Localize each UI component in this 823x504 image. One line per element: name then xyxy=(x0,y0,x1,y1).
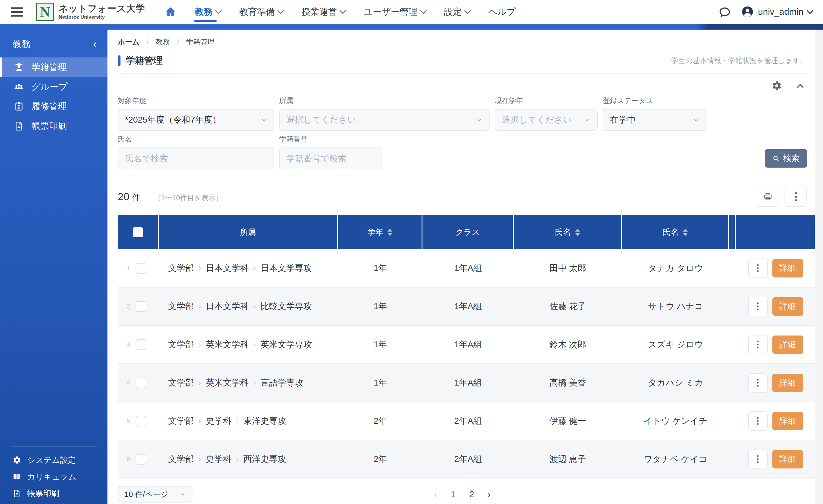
sidebar-item-group[interactable]: グループ xyxy=(0,77,108,97)
grade-select[interactable]: 選択してください xyxy=(495,109,598,131)
nav-item-settei[interactable]: 設定 xyxy=(444,0,470,24)
row-more-button[interactable] xyxy=(748,297,768,316)
breadcrumb-kyomu[interactable]: 教務 xyxy=(156,37,170,47)
print-button[interactable] xyxy=(757,187,779,207)
affiliation-part: 文学部 xyxy=(168,301,194,312)
chat-icon[interactable] xyxy=(718,6,731,18)
pagination-prev[interactable]: ‹ xyxy=(434,489,437,499)
kebab-icon xyxy=(795,196,797,198)
pagination-page-2[interactable]: 2 xyxy=(469,489,474,499)
name-search-input[interactable] xyxy=(118,148,274,169)
affiliation-separator: › xyxy=(199,302,201,311)
gear-icon xyxy=(12,456,21,465)
nav-item-jugyo-unei[interactable]: 授業運営 xyxy=(301,0,345,24)
student-icon xyxy=(14,62,24,72)
header-cell-grade[interactable]: 学年 xyxy=(338,215,423,249)
logo-title: ネットフォース大学 xyxy=(58,4,145,14)
row-more-button[interactable] xyxy=(748,335,768,354)
year-select[interactable]: *2025年度（令和7年度） xyxy=(118,109,274,131)
user-menu[interactable]: univ_admin xyxy=(741,5,812,18)
hamburger-menu-icon[interactable] xyxy=(11,7,23,17)
chevron-down-icon xyxy=(420,7,427,14)
status-select[interactable]: 在学中 xyxy=(603,109,706,131)
affiliation-part: 文学部 xyxy=(168,263,194,274)
clipboard-icon xyxy=(14,101,24,112)
filter-label-name: 氏名 xyxy=(118,135,274,144)
document-icon xyxy=(12,489,21,498)
detail-button[interactable]: 詳細 xyxy=(772,336,803,354)
cell-spacer xyxy=(729,249,736,287)
detail-button[interactable]: 詳細 xyxy=(772,450,803,469)
sidebar-item-risyu-kanri[interactable]: 履修管理 xyxy=(0,97,108,116)
sidebar-collapse-icon[interactable]: ‹ xyxy=(93,40,97,48)
pagination-next[interactable]: › xyxy=(488,489,491,499)
university-logo[interactable]: N ネットフォース大学 Netforce University xyxy=(36,3,145,21)
affiliation-separator: › xyxy=(199,417,201,425)
sidebar-divider xyxy=(11,447,97,447)
sidebar-item-chohyo-insatsu-footer[interactable]: 帳票印刷 xyxy=(0,485,108,502)
filter-collapse-button[interactable] xyxy=(796,81,805,90)
detail-button[interactable]: 詳細 xyxy=(772,297,803,316)
nav-item-kyoiku-junbi[interactable]: 教育準備 xyxy=(239,0,283,24)
row-checkbox[interactable] xyxy=(136,377,146,388)
cell-grade: 2年 xyxy=(338,440,423,478)
page-size-select[interactable]: 10 件/ページ xyxy=(118,486,192,503)
row-more-button[interactable] xyxy=(748,450,768,469)
nav-item-help[interactable]: ヘルプ xyxy=(488,0,516,24)
chevron-down-icon xyxy=(464,7,471,14)
sidebar-item-curriculum[interactable]: カリキュラム xyxy=(0,469,108,485)
table-row: 3 文学部›英米文学科›英米文学専攻 1年 1年A組 鈴木 次郎 スズキ ジロウ… xyxy=(118,326,815,364)
pagination: ‹ 1 2 › xyxy=(434,489,491,499)
row-checkbox[interactable] xyxy=(136,416,146,427)
main-nav: 教務 教育準備 授業運営 ユーザー管理 設定 ヘルプ xyxy=(195,0,516,24)
row-more-button[interactable] xyxy=(748,259,768,278)
filter-settings-button[interactable] xyxy=(772,80,782,91)
filter-label-status: 登録ステータス xyxy=(603,96,706,106)
nav-item-user-kanri[interactable]: ユーザー管理 xyxy=(363,0,426,24)
pagination-page-1[interactable]: 1 xyxy=(451,489,456,499)
cell-class: 1年A組 xyxy=(423,288,514,325)
filter-label-year: 対象年度 xyxy=(118,96,274,106)
page-title: 学籍管理 xyxy=(126,54,163,67)
cell-kana: タカハシ ミカ xyxy=(622,364,729,401)
more-options-button[interactable] xyxy=(785,187,807,207)
cell-grade: 1年 xyxy=(338,364,423,401)
row-checkbox[interactable] xyxy=(136,301,146,312)
affiliation-select[interactable]: 選択してください xyxy=(279,109,490,131)
affiliation-separator: › xyxy=(254,341,256,349)
group-icon xyxy=(14,81,24,92)
filter-label-grade: 現在学年 xyxy=(495,96,598,106)
detail-button[interactable]: 詳細 xyxy=(772,412,803,430)
row-more-button[interactable] xyxy=(748,411,768,431)
header-cell-spacer xyxy=(729,215,736,249)
student-id-search-input[interactable] xyxy=(279,148,382,169)
printer-icon xyxy=(763,192,773,201)
breadcrumb-home[interactable]: ホーム xyxy=(118,37,139,47)
filter-label-student-id: 学籍番号 xyxy=(279,135,382,144)
section-divider xyxy=(118,73,807,74)
top-navbar: N ネットフォース大学 Netforce University 教務 教育準備 … xyxy=(0,0,823,24)
sidebar-item-chohyo-insatsu[interactable]: 帳票印刷 xyxy=(0,116,108,136)
book-icon xyxy=(12,472,21,481)
table-row: 2 文学部›日本文学科›比較文学専攻 1年 1年A組 佐藤 花子 サトウ ハナコ… xyxy=(118,288,815,326)
row-checkbox[interactable] xyxy=(136,263,146,274)
sidebar-item-system-settei[interactable]: システム設定 xyxy=(0,452,108,469)
row-more-button[interactable] xyxy=(748,373,768,393)
cell-kana: サトウ ハナコ xyxy=(622,288,729,325)
sidebar-item-gakuseki-kanri[interactable]: 学籍管理 xyxy=(0,57,108,77)
affiliation-part: 文学部 xyxy=(168,415,194,427)
cell-spacer xyxy=(729,440,736,478)
cell-spacer xyxy=(729,364,736,401)
header-cell-name[interactable]: 氏名 xyxy=(514,215,622,249)
detail-button[interactable]: 詳細 xyxy=(772,259,803,278)
scrollbar-track[interactable] xyxy=(815,30,823,504)
affiliation-part: 史学科 xyxy=(206,415,231,427)
row-checkbox[interactable] xyxy=(136,339,146,350)
header-cell-kana[interactable]: 氏名 xyxy=(622,215,729,249)
select-all-checkbox[interactable] xyxy=(133,227,143,237)
row-checkbox[interactable] xyxy=(136,454,146,465)
search-button[interactable]: 検索 xyxy=(765,149,807,168)
nav-item-kyomu[interactable]: 教務 xyxy=(195,0,221,24)
detail-button[interactable]: 詳細 xyxy=(772,374,803,392)
home-nav-button[interactable] xyxy=(165,6,176,18)
